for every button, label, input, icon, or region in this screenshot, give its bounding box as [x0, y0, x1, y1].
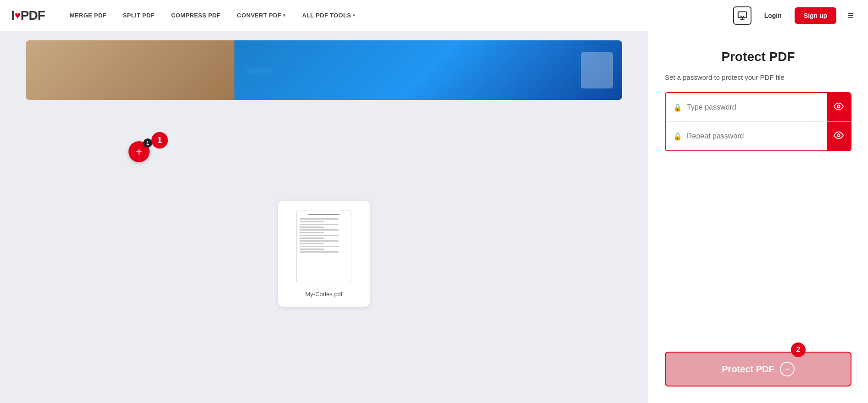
- file-line-13: [300, 251, 339, 253]
- files-area: 1 + 1: [0, 105, 648, 403]
- download-icon: [737, 11, 747, 21]
- file-line-9: [300, 240, 339, 242]
- add-more-files-button[interactable]: 1 +: [128, 141, 150, 162]
- file-line-6: [300, 232, 324, 233]
- eye-icon-1: [834, 101, 844, 114]
- nav-merge-pdf[interactable]: MERGE PDF: [63, 8, 113, 22]
- nav-split-pdf[interactable]: SPLIT PDF: [117, 8, 161, 22]
- file-line-title: [308, 214, 340, 215]
- banner-blurred-text: ···············: [246, 66, 273, 74]
- step2-annotation: 2: [791, 342, 806, 357]
- repeat-password-row: 🔒: [666, 121, 851, 150]
- nav-convert-pdf[interactable]: CONVERT PDF ▾: [231, 8, 292, 22]
- nav: MERGE PDF SPLIT PDF COMPRESS PDF CONVERT…: [63, 8, 733, 22]
- convert-chevron-icon: ▾: [283, 13, 285, 18]
- main-layout: ··············· 1 + 1: [0, 31, 868, 403]
- file-line-12: [300, 248, 324, 250]
- logo[interactable]: I ♥ PDF: [11, 8, 45, 23]
- protect-pdf-button-label: Protect PDF: [722, 364, 774, 375]
- protect-title: Protect PDF: [665, 50, 851, 64]
- password-fields-container: 🔒 🔒: [665, 92, 851, 151]
- protect-subtitle: Set a password to protect your PDF file: [665, 73, 851, 81]
- all-tools-chevron-icon: ▾: [353, 13, 355, 18]
- file-card: My-Codes.pdf: [278, 201, 370, 307]
- banner-ad: ···············: [26, 40, 622, 100]
- type-password-input-wrap: 🔒: [666, 95, 827, 120]
- repeat-password-input[interactable]: [687, 132, 819, 140]
- right-panel: Protect PDF Set a password to protect yo…: [648, 31, 868, 403]
- file-line-8: [300, 237, 324, 239]
- file-line-11: [300, 246, 339, 247]
- file-name: My-Codes.pdf: [306, 291, 343, 298]
- file-line-7: [300, 235, 339, 236]
- file-preview: [296, 210, 351, 283]
- banner-box: [581, 52, 613, 88]
- type-password-input[interactable]: [687, 103, 819, 111]
- banner-left-image: [26, 40, 234, 100]
- signup-button[interactable]: Sign up: [795, 7, 836, 24]
- toggle-repeat-password-visibility-button[interactable]: [827, 122, 851, 150]
- logo-i: I: [11, 8, 14, 23]
- protect-pdf-button[interactable]: Protect PDF →: [665, 352, 851, 386]
- file-line-10: [300, 243, 324, 244]
- svg-rect-0: [738, 11, 746, 17]
- hamburger-menu-button[interactable]: ≡: [844, 8, 857, 23]
- nav-compress-pdf[interactable]: COMPRESS PDF: [165, 8, 227, 22]
- nav-all-tools[interactable]: ALL PDF TOOLS ▾: [295, 8, 362, 22]
- svg-point-4: [837, 134, 840, 137]
- file-count-badge: 1: [143, 138, 152, 148]
- file-line-3: [300, 224, 339, 225]
- protect-btn-area: 2 Protect PDF →: [665, 352, 851, 386]
- eye-icon-2: [834, 130, 844, 143]
- lock-icon-1: 🔒: [673, 103, 682, 112]
- file-line-4: [300, 226, 324, 228]
- step1-annotation: 1: [151, 132, 168, 149]
- login-button[interactable]: Login: [759, 8, 787, 23]
- arrow-circle-icon: →: [780, 362, 795, 376]
- type-password-row: 🔒: [666, 93, 851, 121]
- svg-point-3: [837, 105, 840, 108]
- logo-heart: ♥: [15, 10, 20, 22]
- header: I ♥ PDF MERGE PDF SPLIT PDF COMPRESS PDF…: [0, 0, 868, 31]
- step2-badge: 2: [791, 342, 806, 357]
- logo-pdf: PDF: [21, 8, 45, 23]
- header-right: Login Sign up ≡: [733, 6, 857, 25]
- file-line-2: [300, 221, 324, 222]
- repeat-password-input-wrap: 🔒: [666, 124, 827, 149]
- file-line-1: [300, 218, 339, 220]
- left-panel: ··············· 1 + 1: [0, 31, 648, 403]
- lock-icon-2: 🔒: [673, 132, 682, 141]
- file-line-5: [300, 229, 339, 231]
- banner-right-image: [234, 40, 622, 100]
- download-app-button[interactable]: [733, 6, 751, 25]
- plus-icon: +: [136, 146, 142, 157]
- toggle-password-visibility-button[interactable]: [827, 93, 851, 121]
